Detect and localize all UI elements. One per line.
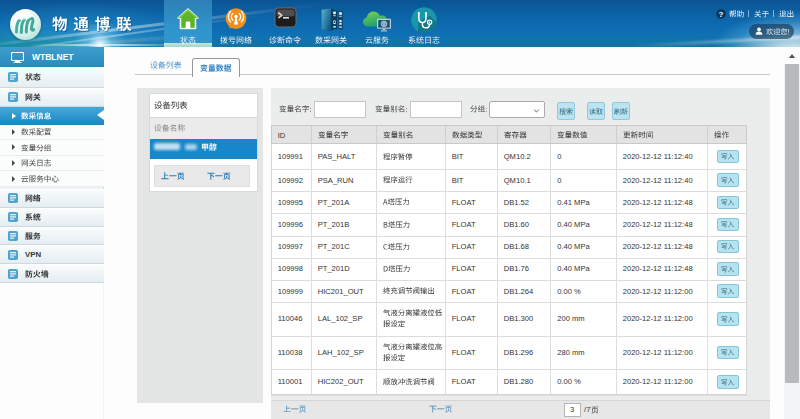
- svg-text:?: ?: [719, 9, 724, 18]
